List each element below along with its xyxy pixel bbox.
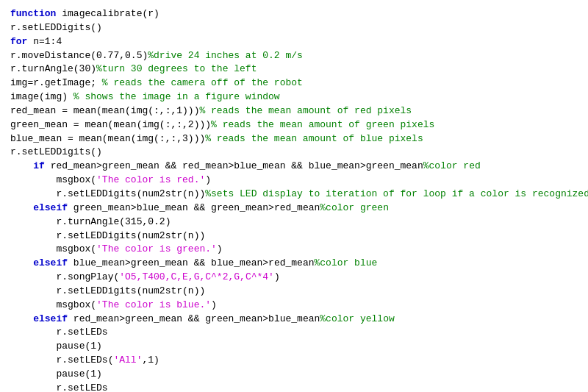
code-line: r.turnAngle(30)%turn 30 degrees to the l… bbox=[10, 63, 578, 76]
code-line: function imagecalibrate(r) bbox=[10, 7, 578, 21]
code-line: r.setLEDs('All',1) bbox=[10, 354, 578, 368]
code-editor: function imagecalibrate(r)r.setLEDDigits… bbox=[0, 0, 588, 392]
code-line: elseif red_mean>green_mean && green_mean… bbox=[10, 313, 578, 327]
code-line: r.setLEDDigits() bbox=[10, 146, 578, 160]
code-line: for n=1:4 bbox=[10, 35, 578, 49]
code-line: r.setLEDDigits() bbox=[10, 21, 578, 35]
code-line: elseif green_mean>blue_mean && green_mea… bbox=[10, 202, 578, 215]
code-line: elseif blue_mean>green_mean && blue_mean… bbox=[10, 257, 578, 271]
code-line: image(img) % shows the image in a figure… bbox=[10, 90, 578, 104]
code-line: r.turnAngle(315,0.2) bbox=[10, 215, 578, 229]
code-line: blue_mean = mean(mean(img(:,:,3)))% read… bbox=[10, 132, 578, 146]
code-line: r.setLEDs bbox=[10, 382, 578, 392]
code-line: pause(1) bbox=[10, 368, 578, 382]
code-line: if red_mean>green_mean && red_mean>blue_… bbox=[10, 160, 578, 174]
code-line: img=r.getImage; % reads the camera off o… bbox=[10, 76, 578, 90]
code-line: r.songPlay('O5,T400,C,E,G,C^*2,G,C^*4') bbox=[10, 271, 578, 285]
code-line: r.setLEDDigits(num2str(n))%sets LED disp… bbox=[10, 188, 578, 202]
code-line: green_mean = mean(mean(img(:,:,2)))% rea… bbox=[10, 118, 578, 132]
code-line: r.moveDistance(0.77,0.5)%drive 24 inches… bbox=[10, 49, 578, 63]
code-line: msgbox('The color is blue.') bbox=[10, 299, 578, 313]
code-line: r.setLEDDigits(num2str(n)) bbox=[10, 285, 578, 299]
code-line: pause(1) bbox=[10, 340, 578, 354]
code-line: r.setLEDDigits(num2str(n)) bbox=[10, 229, 578, 243]
code-line: msgbox('The color is red.') bbox=[10, 174, 578, 188]
code-line: red_mean = mean(mean(img(:,:,1)))% reads… bbox=[10, 104, 578, 118]
code-line: msgbox('The color is green.') bbox=[10, 243, 578, 257]
code-line: r.setLEDs bbox=[10, 326, 578, 340]
